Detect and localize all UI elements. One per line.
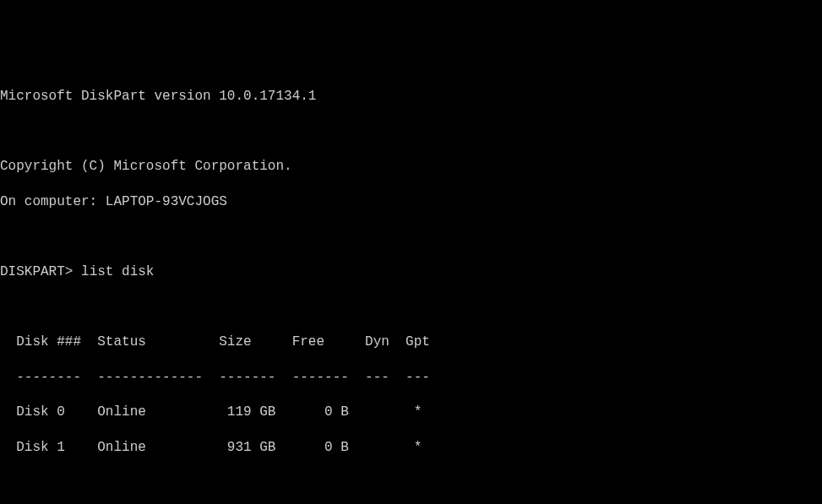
disk-table-header: Disk ### Status Size Free Dyn Gpt [0, 333, 822, 351]
blank-line [0, 474, 822, 492]
disk-table-separator: -------- ------------- ------- ------- -… [0, 369, 822, 387]
computer-line: On computer: LAPTOP-93VCJOGS [0, 193, 822, 211]
blank-line [0, 299, 822, 317]
terminal-output[interactable]: Microsoft DiskPart version 10.0.17134.1 … [0, 70, 822, 504]
command-line: DISKPART> list disk [0, 263, 822, 281]
command-text: list disk [81, 264, 154, 279]
disk-table-row: Disk 1 Online 931 GB 0 B * [0, 439, 822, 457]
blank-line [0, 228, 822, 246]
disk-table-row: Disk 0 Online 119 GB 0 B * [0, 404, 822, 421]
version-line: Microsoft DiskPart version 10.0.17134.1 [0, 88, 822, 106]
copyright-line: Copyright (C) Microsoft Corporation. [0, 158, 822, 176]
blank-line [0, 123, 822, 141]
prompt: DISKPART> [0, 264, 73, 279]
